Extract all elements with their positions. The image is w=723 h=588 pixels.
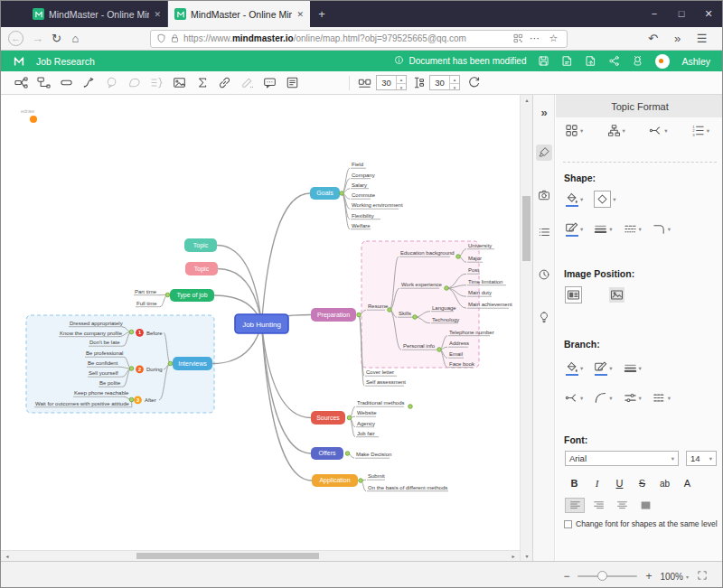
shape-fill-color-button[interactable]: ▾ [565, 191, 583, 207]
dropdown-caret-icon[interactable]: ▾ [639, 226, 642, 233]
align-right-button[interactable] [588, 498, 608, 513]
shape-type-button[interactable]: ▾ [594, 191, 615, 208]
mindmap-topic[interactable]: Company [352, 173, 375, 178]
mindmap-topic[interactable]: Don't be late [89, 340, 120, 345]
save-icon[interactable] [538, 55, 549, 67]
hyperlink-button[interactable] [215, 74, 233, 92]
collapse-dot[interactable] [129, 330, 134, 334]
branch-node-label[interactable]: Topic [194, 266, 210, 273]
tab-close-icon[interactable]: ✕ [296, 10, 304, 19]
collapse-dot[interactable] [445, 286, 449, 291]
zoom-slider-knob[interactable] [597, 571, 607, 581]
username[interactable]: Ashley [681, 56, 710, 67]
insert-image-button[interactable] [170, 74, 188, 92]
vertical-scrollbar[interactable]: ▴ ▾ [520, 95, 532, 561]
collapse-dot[interactable] [359, 479, 363, 483]
mindmap-topic[interactable]: Time limitation [468, 279, 502, 285]
mindmap-topic[interactable]: Be polite [99, 380, 121, 386]
mindmap-topic[interactable]: University [468, 243, 492, 248]
collapse-dot[interactable] [345, 452, 350, 456]
dropdown-caret-icon[interactable]: ▾ [580, 226, 583, 233]
mindmaster-logo-icon[interactable] [13, 55, 25, 68]
mindmap-topic[interactable]: Sell yourself [89, 370, 118, 376]
collapse-dot[interactable] [129, 367, 134, 371]
mindmap-topic[interactable]: Full time [136, 301, 157, 306]
mindmap-topic[interactable]: Personal info [403, 343, 436, 349]
mindmap-topic[interactable]: Salary [352, 182, 367, 188]
page-actions-button[interactable]: ⋯ [527, 33, 542, 44]
mindmap-topic[interactable]: Technology [432, 317, 459, 322]
horizontal-scroll-thumb[interactable] [136, 553, 319, 559]
publish-icon[interactable] [585, 55, 596, 67]
feedback-icon[interactable] [632, 55, 643, 67]
scroll-left-icon[interactable]: ◂ [1, 553, 14, 559]
mindmap-topic[interactable]: Wait for outcomes with positive attitude [35, 401, 129, 406]
mindmap-topic[interactable]: Before [146, 331, 163, 336]
mindmap-topic[interactable]: Commute [352, 192, 376, 198]
image-position-left-button[interactable] [565, 286, 582, 303]
mindmap-topic[interactable]: Skills [399, 311, 411, 316]
mindmap-topic[interactable]: On the basis of different methods [368, 485, 447, 490]
mindmap-topic[interactable]: Main duty [468, 290, 492, 295]
relationship-button[interactable] [80, 74, 98, 92]
mindmap-topic[interactable]: Education background [400, 250, 455, 256]
shape-line-style-button[interactable]: ▾ [624, 222, 642, 236]
mindmap-topic[interactable]: Be confident [88, 360, 118, 366]
collapse-dot[interactable] [165, 293, 170, 297]
mindmap-topic[interactable]: Dressed appropriately [70, 321, 123, 326]
shape-line-weight-button[interactable]: ▾ [594, 222, 612, 236]
overflow-menu-button[interactable]: » [668, 32, 687, 45]
v-spacing-input[interactable]: 30 ▴▾ [429, 75, 460, 90]
note-button[interactable] [283, 74, 301, 92]
branch-node-label[interactable]: Type of job [176, 292, 207, 299]
branch-connector-style-button[interactable]: ▾ [565, 391, 583, 405]
forward-button[interactable]: → [28, 32, 47, 45]
mindmap-topic[interactable]: Resume [368, 303, 389, 309]
mindmap-topic[interactable]: Website [357, 410, 377, 415]
new-tab-button[interactable]: + [310, 1, 333, 27]
branch-node-label[interactable]: Sources [316, 415, 340, 421]
dropdown-caret-icon[interactable]: ▾ [609, 365, 612, 372]
dropdown-caret-icon[interactable]: ▾ [623, 127, 625, 135]
document-title[interactable]: Job Research [36, 56, 95, 67]
mindmap-topic[interactable]: Flexibility [352, 213, 374, 219]
bold-button[interactable]: B [565, 478, 584, 489]
mindmap-topic[interactable]: Agency [357, 421, 375, 426]
app-menu-button[interactable]: ☰ [692, 32, 711, 45]
image-position-fill-button[interactable] [609, 287, 624, 303]
camera-icon[interactable] [536, 187, 552, 203]
dropdown-caret-icon[interactable]: ▾ [580, 127, 583, 135]
fullscreen-button[interactable] [697, 568, 708, 584]
mindmap-topic[interactable]: Cover letter [366, 369, 394, 375]
collapse-dot[interactable] [168, 361, 173, 366]
text-highlight-button[interactable]: ab [655, 479, 674, 489]
share-icon[interactable] [608, 55, 620, 67]
formula-button[interactable] [192, 74, 211, 92]
dropdown-caret-icon[interactable]: ▾ [639, 395, 642, 402]
collapse-dot[interactable] [456, 255, 461, 259]
qr-code-icon[interactable] [513, 33, 523, 43]
list-icon[interactable] [536, 224, 552, 240]
mindmap-topic[interactable]: Major [468, 256, 482, 261]
branch-border-color-button[interactable]: ▾ [594, 360, 612, 376]
mindmap-topic[interactable]: Job fair [357, 431, 375, 436]
reset-spacing-button[interactable] [465, 74, 483, 92]
tab-close-icon[interactable]: ✕ [154, 10, 161, 19]
reload-button[interactable]: ↻ [47, 32, 66, 45]
mindmap-topic[interactable]: Know the company profile [60, 331, 123, 336]
mindmap-topic[interactable]: Work experience [401, 282, 443, 287]
mindmap-topic[interactable]: Telephone number [449, 330, 494, 335]
vertical-scroll-thumb[interactable] [522, 196, 531, 261]
branch-node-label[interactable]: Application [319, 477, 350, 484]
insert-subtopic-button[interactable] [34, 74, 52, 92]
minimize-button[interactable]: − [641, 1, 668, 27]
mindmap-topic[interactable]: Keep phone reachable [74, 390, 129, 396]
collapse-dot[interactable] [347, 415, 352, 420]
floating-topic-button[interactable] [57, 74, 75, 92]
shape-border-color-button[interactable]: ▾ [565, 221, 583, 237]
undo-closed-tab-button[interactable]: ↶ [643, 32, 662, 45]
branch-curve-button[interactable]: ▾ [594, 391, 612, 405]
mindmap-topic[interactable]: Submit [368, 473, 385, 479]
dropdown-caret-icon[interactable]: ▾ [707, 127, 709, 135]
zoom-slider[interactable] [577, 575, 637, 577]
